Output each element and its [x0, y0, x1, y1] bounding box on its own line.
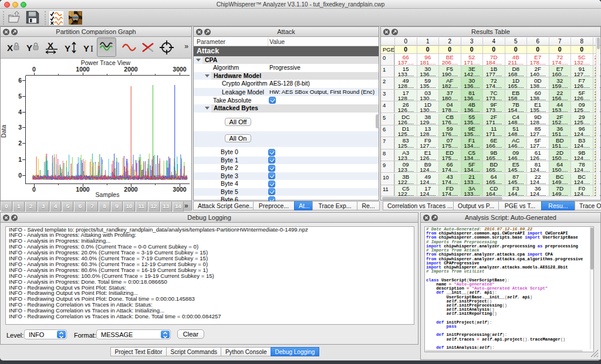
- svg-text:2000: 2000: [124, 66, 138, 73]
- svg-text:2: 2: [18, 140, 22, 147]
- svg-text:3: 3: [18, 124, 22, 131]
- svg-text:I: I: [90, 44, 93, 53]
- svg-text:1000: 1000: [76, 186, 90, 193]
- svg-text:Samples: Samples: [96, 191, 120, 198]
- svg-text:4: 4: [18, 108, 22, 115]
- svg-text:5: 5: [18, 93, 22, 100]
- svg-text:X: X: [7, 43, 13, 53]
- svg-text:0: 0: [18, 172, 22, 179]
- svg-text:2000: 2000: [124, 186, 138, 193]
- svg-text:1000: 1000: [76, 66, 90, 73]
- svg-text:1: 1: [18, 156, 22, 163]
- svg-text:0: 0: [32, 186, 36, 193]
- svg-text:Y: Y: [65, 43, 70, 53]
- svg-text:3000: 3000: [173, 186, 187, 193]
- svg-text:Data: Data: [1, 125, 7, 138]
- svg-text:3000: 3000: [173, 66, 187, 73]
- svg-text:Y: Y: [83, 43, 89, 53]
- svg-text:Y: Y: [26, 43, 32, 53]
- svg-text:0: 0: [32, 66, 36, 73]
- svg-text:6: 6: [18, 77, 22, 84]
